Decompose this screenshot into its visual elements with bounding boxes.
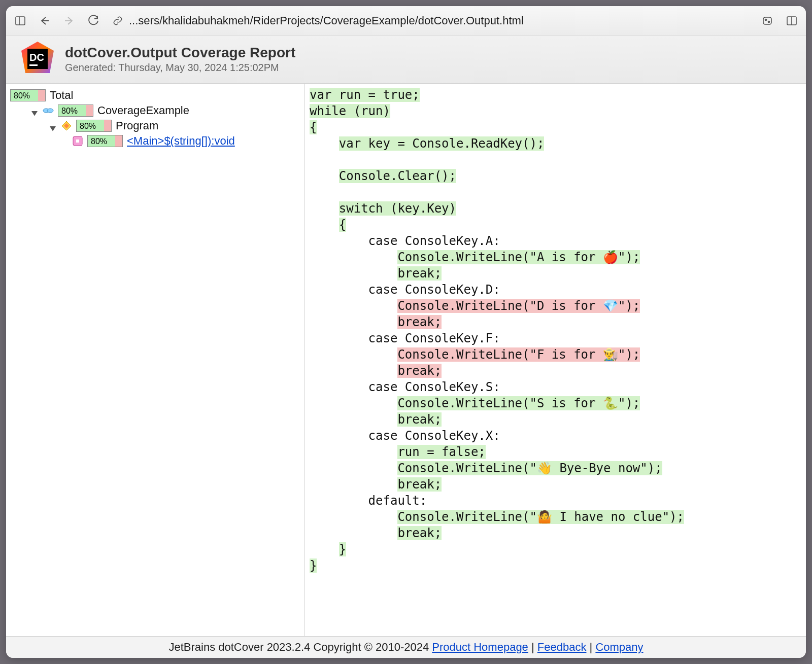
svg-marker-15 [31,111,38,116]
browser-toolbar: ...sers/khalidabuhakmeh/RiderProjects/Co… [6,6,806,36]
footer-homepage-link[interactable]: Product Homepage [432,641,528,653]
expand-arrow-icon[interactable] [50,122,57,129]
page-title: dotCover.Output Coverage Report [65,45,295,61]
sidebar-icon[interactable] [14,15,26,27]
content-area: 80% Total 80% CoverageExample [6,84,806,636]
tabs-icon[interactable] [786,15,798,27]
back-icon[interactable] [39,15,51,27]
forward-icon[interactable] [63,15,75,27]
footer-feedback-link[interactable]: Feedback [537,641,587,653]
footer-company-link[interactable]: Company [595,641,643,653]
svg-rect-4 [763,17,771,24]
tree-label: CoverageExample [97,104,189,117]
code-panel[interactable]: var run = true;while (run){ var key = Co… [304,84,806,636]
page-subtitle: Generated: Thursday, May 30, 2024 1:25:0… [65,62,295,74]
coverage-badge: 80% [87,135,123,147]
window-frame: ...sers/khalidabuhakmeh/RiderProjects/Co… [6,6,806,658]
tree-row-class[interactable]: 80% Program [10,118,300,133]
link-icon [112,15,124,27]
svg-point-17 [47,109,53,113]
address-bar[interactable]: ...sers/khalidabuhakmeh/RiderProjects/Co… [112,14,749,27]
extensions-icon[interactable] [761,15,773,27]
tree-method-link[interactable]: <Main>$(string[]):void [127,134,235,148]
assembly-icon [43,105,54,116]
svg-text:DC: DC [29,52,44,63]
svg-rect-22 [76,139,79,143]
tree-row-method[interactable]: 80% <Main>$(string[]):void [10,133,300,149]
tree-row-total[interactable]: 80% Total [10,88,300,103]
coverage-badge: 80% [58,104,93,117]
tree-label: Total [50,89,73,102]
reload-icon[interactable] [87,15,99,27]
address-path: ...sers/khalidabuhakmeh/RiderProjects/Co… [129,14,524,27]
footer-copyright: JetBrains dotCover 2023.2.4 Copyright © … [168,641,432,653]
dotcover-logo-icon: DC [19,41,56,77]
svg-rect-14 [29,64,38,66]
code-content: var run = true;while (run){ var key = Co… [310,87,801,574]
coverage-badge: 80% [76,120,112,132]
class-icon [61,120,72,131]
report-header: DC dotCover.Output Coverage Report Gener… [6,36,806,84]
svg-marker-18 [50,126,56,131]
method-icon [72,135,83,147]
coverage-tree: 80% Total 80% CoverageExample [6,84,304,636]
footer: JetBrains dotCover 2023.2.4 Copyright © … [6,636,806,658]
tree-label: Program [116,119,158,132]
svg-rect-0 [16,17,25,25]
coverage-badge: 80% [10,89,46,101]
expand-arrow-icon[interactable] [31,107,39,114]
tree-row-project[interactable]: 80% CoverageExample [10,103,300,118]
